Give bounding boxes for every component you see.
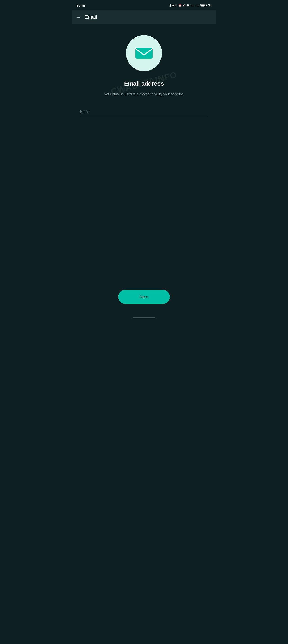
next-button-container: Next bbox=[118, 290, 170, 304]
svg-rect-1 bbox=[204, 5, 205, 6]
page-description: Your email is used to protect and verify… bbox=[104, 92, 184, 97]
main-content: CWABETAINFO Email address Your email is … bbox=[72, 24, 216, 322]
app-bar-title: Email bbox=[85, 14, 97, 20]
signal-strength-2-icon bbox=[196, 4, 199, 7]
home-indicator bbox=[133, 318, 155, 318]
next-button[interactable]: Next bbox=[118, 290, 170, 304]
svg-rect-3 bbox=[135, 48, 153, 58]
vpn-badge: VPN bbox=[170, 4, 177, 7]
status-icons: VPN ⏰ bbox=[170, 4, 212, 7]
signal-strength-icon bbox=[191, 4, 195, 7]
email-input[interactable] bbox=[80, 108, 208, 116]
alarm-icon: ⏰ bbox=[178, 4, 182, 7]
battery-icon bbox=[201, 4, 205, 7]
email-envelope-icon bbox=[135, 46, 153, 60]
status-time: 10:45 bbox=[76, 4, 85, 8]
svg-rect-2 bbox=[201, 4, 204, 6]
wifi-icon bbox=[186, 4, 190, 7]
status-bar: 10:45 VPN ⏰ bbox=[72, 0, 216, 10]
page-title: Email address bbox=[124, 80, 164, 87]
email-icon-container bbox=[126, 35, 162, 71]
app-bar: ← Email bbox=[72, 10, 216, 24]
back-button[interactable]: ← bbox=[76, 14, 81, 20]
battery-percentage: 88% bbox=[206, 4, 212, 7]
bluetooth-icon bbox=[183, 4, 185, 7]
email-input-container bbox=[80, 108, 208, 116]
